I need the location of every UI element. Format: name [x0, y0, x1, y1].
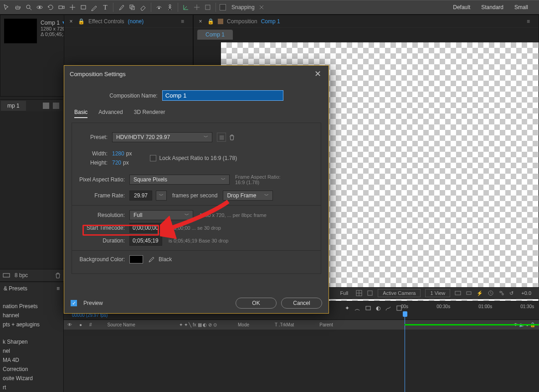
hand-tool-icon[interactable]	[14, 3, 22, 11]
frame-blend-icon[interactable]	[365, 305, 371, 311]
project-tab[interactable]: mp 1	[1, 101, 26, 111]
orbit-tool-icon[interactable]	[36, 3, 44, 11]
lock-icon[interactable]: 🔒	[78, 18, 85, 25]
work-area-bar[interactable]	[405, 324, 539, 325]
panel-menu-icon[interactable]: ≡	[527, 18, 535, 25]
bg-color-swatch[interactable]	[129, 255, 143, 263]
pan-behind-tool-icon[interactable]	[68, 3, 77, 11]
effects-presets-list[interactable]: nation Presets hannel pts + aeplugins k …	[0, 300, 63, 392]
duration-value[interactable]: 0;05;45;19	[129, 236, 162, 246]
start-timecode-value[interactable]: 0;00;00;00	[129, 223, 162, 233]
project-thumbnail[interactable]	[4, 19, 37, 43]
comp-marker-icon[interactable]: ✦	[345, 305, 349, 311]
dropframe-dropdown[interactable]: Drop Frame﹀	[223, 191, 273, 201]
puppet-tool-icon[interactable]	[166, 3, 174, 11]
zoom-tool-icon[interactable]	[25, 3, 33, 11]
list-item[interactable]: osite Wizard	[0, 374, 63, 383]
height-value[interactable]: 720	[112, 160, 121, 166]
workspace-default[interactable]: Default	[453, 4, 470, 10]
list-item[interactable]: MA 4D	[0, 356, 63, 365]
playhead[interactable]	[405, 314, 405, 392]
comp-flowchart-tab[interactable]: Comp 1	[197, 30, 233, 40]
eyedropper-icon[interactable]	[147, 255, 155, 263]
close-icon[interactable]: ✕	[312, 68, 323, 79]
exposure-reset-icon[interactable]: ↺	[509, 290, 513, 296]
col-mode[interactable]: Mode	[234, 322, 253, 327]
mask-icon[interactable]	[367, 290, 373, 296]
dialog-titlebar[interactable]: Composition Settings ✕	[64, 66, 329, 82]
fast-preview-icon[interactable]: ⚡	[477, 290, 483, 296]
roto-tool-icon[interactable]	[155, 3, 163, 11]
pen-tool-icon[interactable]	[90, 3, 98, 11]
tab-basic[interactable]: Basic	[74, 107, 87, 118]
list-item[interactable]: nel	[0, 346, 63, 356]
shy-icon[interactable]	[354, 305, 360, 311]
col-eye-icon[interactable]: 👁	[64, 322, 76, 327]
grid-icon[interactable]	[356, 290, 362, 296]
ok-button[interactable]: OK	[236, 298, 277, 309]
interpret-icon[interactable]	[3, 272, 10, 279]
preview-checkbox[interactable]: ✓	[71, 300, 77, 306]
bpc-label[interactable]: 8 bpc	[15, 272, 28, 279]
col-trkmat[interactable]: T .TrkMat	[271, 322, 298, 327]
viewer-views[interactable]: 1 View	[425, 289, 450, 297]
viewer-toggle-icon[interactable]	[455, 290, 461, 296]
panel-menu-icon[interactable]: ≡	[56, 285, 60, 292]
preset-dropdown[interactable]: HDV/HDTV 720 29.97﹀	[112, 132, 212, 142]
cancel-button[interactable]: Cancel	[281, 298, 322, 309]
comp-name-input[interactable]	[162, 90, 283, 101]
close-icon[interactable]: ×	[197, 18, 204, 25]
list-item[interactable]: k Sharpen	[0, 337, 63, 346]
snapping-checkbox[interactable]	[220, 4, 226, 10]
list-item[interactable]: Correction	[0, 365, 63, 374]
list-item[interactable]: rt	[0, 383, 63, 392]
tab-advanced[interactable]: Advanced	[98, 107, 123, 118]
graph-editor-icon[interactable]	[385, 305, 391, 311]
brush-tool-icon[interactable]	[117, 3, 125, 11]
preset-save-icon[interactable]: ▦	[217, 133, 226, 142]
workspace-standard[interactable]: Standard	[481, 4, 503, 10]
shy-icon[interactable]	[43, 103, 49, 109]
list-item[interactable]: pts + aeplugins	[0, 320, 63, 329]
flowchart-icon[interactable]	[498, 290, 505, 296]
clone-tool-icon[interactable]	[128, 3, 136, 11]
viewer-camera[interactable]: Active Camera	[378, 289, 421, 297]
lock-aspect-checkbox[interactable]	[150, 155, 156, 161]
resolution-dropdown[interactable]: Full﹀	[129, 210, 193, 220]
axis-world-icon[interactable]	[193, 3, 201, 11]
framerate-dropdown[interactable]: ﹀	[156, 191, 167, 201]
viewer-resolution[interactable]: Full	[337, 289, 352, 297]
type-tool-icon[interactable]: T	[101, 3, 109, 11]
trash-icon[interactable]	[229, 134, 235, 140]
motion-blur-icon[interactable]: ◐	[376, 305, 380, 311]
viewer-exposure[interactable]: +0.0	[518, 289, 534, 297]
trash-icon[interactable]	[55, 272, 61, 279]
rectangle-tool-icon[interactable]	[79, 3, 87, 11]
snapping-opts-icon[interactable]	[257, 3, 266, 11]
list-item[interactable]: hannel	[0, 311, 63, 320]
col-source-name[interactable]: Source Name	[104, 322, 139, 327]
close-icon[interactable]: ×	[68, 18, 74, 25]
eraser-tool-icon[interactable]	[139, 3, 147, 11]
selection-tool-icon[interactable]	[3, 3, 11, 11]
col-parent[interactable]: Parent	[316, 322, 336, 327]
workspace-small[interactable]: Small	[514, 4, 528, 10]
col-num[interactable]: #	[86, 322, 96, 327]
axis-view-icon[interactable]	[204, 3, 212, 11]
timeline-ruler[interactable]: 00s 00:30s 01:00s 01:30s 02:00s	[401, 304, 539, 313]
pixel-aspect-icon[interactable]	[466, 290, 472, 296]
camera-tool-icon[interactable]	[57, 3, 66, 11]
lock-icon[interactable]: 🔒	[207, 18, 214, 25]
framerate-value[interactable]: 29.97	[129, 191, 152, 201]
axis-local-icon[interactable]	[182, 3, 190, 11]
label-icon[interactable]	[53, 103, 59, 109]
list-item[interactable]: nation Presets	[0, 302, 63, 311]
panel-menu-icon[interactable]: ≡	[181, 18, 189, 25]
timeline-icon[interactable]	[488, 290, 494, 296]
width-value[interactable]: 1280	[112, 150, 124, 157]
rotate-tool-icon[interactable]	[46, 3, 55, 11]
col-label[interactable]: ●	[76, 322, 86, 327]
tab-3d-renderer[interactable]: 3D Renderer	[134, 107, 165, 118]
composition-name[interactable]: Comp 1	[261, 18, 280, 25]
par-dropdown[interactable]: Square Pixels﹀	[129, 175, 230, 185]
